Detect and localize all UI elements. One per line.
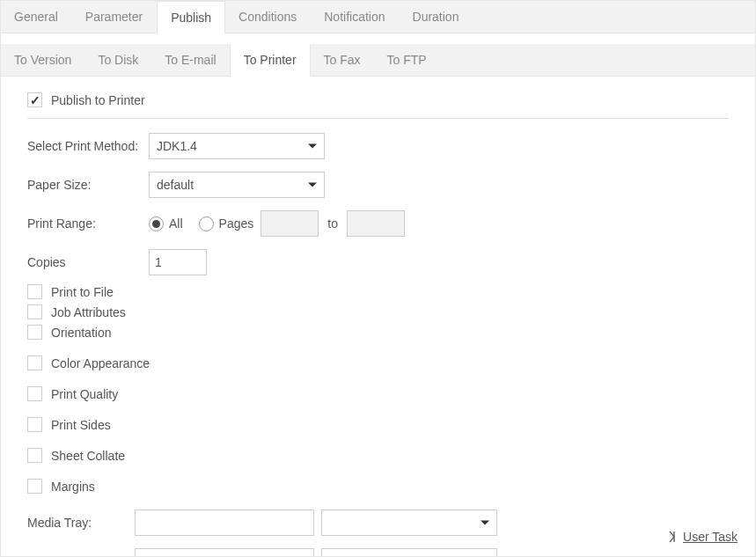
media-tray-input[interactable] bbox=[135, 509, 314, 536]
tab-duration[interactable]: Duration bbox=[400, 1, 473, 33]
subtab-to-printer[interactable]: To Printer bbox=[230, 44, 311, 77]
margins-checkbox[interactable] bbox=[27, 479, 42, 494]
print-range-all-radio[interactable] bbox=[149, 216, 164, 231]
margins-label: Margins bbox=[51, 480, 95, 494]
tab-notification[interactable]: Notification bbox=[311, 1, 399, 33]
print-method-value: JDK1.4 bbox=[157, 139, 197, 153]
chevron-left-icon bbox=[665, 530, 679, 544]
pages-from-input[interactable] bbox=[261, 210, 319, 237]
publish-to-printer-checkbox[interactable] bbox=[27, 92, 42, 107]
tab-conditions[interactable]: Conditions bbox=[225, 1, 311, 33]
subtab-to-fax[interactable]: To Fax bbox=[311, 44, 374, 76]
subtab-to-version[interactable]: To Version bbox=[1, 44, 84, 76]
publish-to-printer-label: Publish to Printer bbox=[51, 93, 145, 107]
paper-size-select[interactable]: default bbox=[149, 172, 325, 198]
top-tab-bar: General Parameter Publish Conditions Not… bbox=[1, 1, 755, 33]
paper-size-value: default bbox=[157, 178, 194, 192]
print-quality-label: Print Quality bbox=[51, 387, 118, 401]
subtab-to-email[interactable]: To E-mail bbox=[151, 44, 229, 76]
copies-label: Copies bbox=[27, 255, 149, 269]
chevron-down-icon bbox=[308, 183, 317, 187]
tab-publish[interactable]: Publish bbox=[157, 1, 225, 33]
sheet-collate-label: Sheet Collate bbox=[51, 449, 125, 463]
chevron-down-icon bbox=[308, 144, 317, 149]
print-method-select[interactable]: JDK1.4 bbox=[149, 133, 325, 159]
media-tray-select[interactable] bbox=[321, 509, 497, 536]
orientation-label: Orientation bbox=[51, 326, 111, 340]
paper-size-label: Paper Size: bbox=[27, 178, 149, 192]
divider bbox=[27, 118, 729, 119]
user-task-link[interactable]: User Task bbox=[665, 530, 738, 544]
tab-general[interactable]: General bbox=[1, 1, 72, 33]
print-range-pages-label: Pages bbox=[219, 216, 254, 231]
color-appearance-checkbox[interactable] bbox=[27, 355, 42, 370]
user-task-label: User Task bbox=[683, 530, 738, 544]
orientation-checkbox[interactable] bbox=[27, 325, 42, 340]
pages-to-input[interactable] bbox=[347, 210, 405, 237]
sheet-collate-checkbox[interactable] bbox=[27, 448, 42, 463]
printer-panel: Publish to Printer Select Print Method: … bbox=[1, 77, 755, 553]
print-range-all-label: All bbox=[169, 216, 183, 231]
subtab-to-disk[interactable]: To Disk bbox=[84, 44, 151, 76]
print-range-label: Print Range: bbox=[27, 216, 149, 231]
print-method-label: Select Print Method: bbox=[27, 139, 149, 153]
color-appearance-label: Color Appearance bbox=[51, 356, 150, 370]
pages-to-label: to bbox=[327, 216, 338, 231]
subtab-to-ftp[interactable]: To FTP bbox=[374, 44, 440, 76]
chevron-down-icon bbox=[481, 521, 489, 525]
tab-parameter[interactable]: Parameter bbox=[72, 1, 157, 33]
printer-input[interactable] bbox=[135, 548, 314, 557]
print-sides-label: Print Sides bbox=[51, 418, 111, 432]
print-to-file-checkbox[interactable] bbox=[27, 284, 42, 299]
print-to-file-label: Print to File bbox=[51, 285, 114, 299]
print-sides-checkbox[interactable] bbox=[27, 417, 42, 432]
job-attributes-label: Job Attributes bbox=[51, 305, 126, 319]
copies-input[interactable] bbox=[149, 249, 207, 275]
sub-tab-bar: To Version To Disk To E-mail To Printer … bbox=[1, 44, 755, 77]
job-attributes-checkbox[interactable] bbox=[27, 304, 42, 319]
print-quality-checkbox[interactable] bbox=[27, 386, 42, 401]
printer-select[interactable] bbox=[321, 548, 497, 557]
media-tray-label: Media Tray: bbox=[27, 516, 135, 530]
print-range-pages-radio[interactable] bbox=[199, 216, 214, 231]
